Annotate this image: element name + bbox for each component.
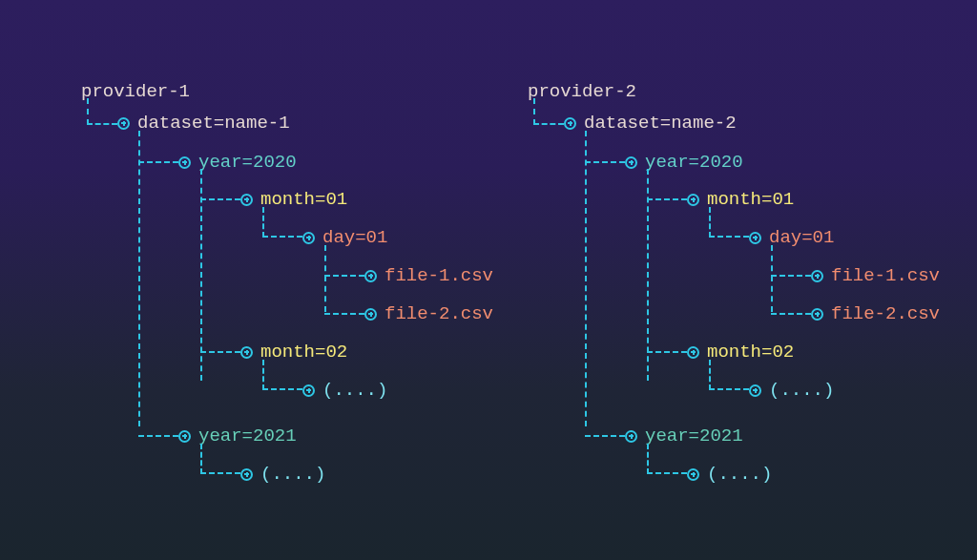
expand-icon (240, 346, 253, 359)
expand-icon (364, 270, 377, 282)
tree-provider-2: provider-2 dataset=name-2 year=2020 (528, 81, 919, 493)
dataset-label: dataset=name-1 (137, 113, 290, 134)
file-label: file-1.csv (385, 265, 493, 286)
year-label: year=2020 (198, 152, 297, 173)
expand-icon (625, 156, 637, 169)
tree-provider-1: provider-1 dataset=name-1 year=2020 (81, 81, 472, 493)
expand-icon (364, 308, 377, 321)
dataset-label: dataset=name-2 (584, 113, 737, 134)
ellipsis-label: (....) (322, 380, 387, 401)
expand-icon (178, 430, 191, 443)
expand-icon (749, 384, 761, 397)
expand-icon (625, 430, 637, 443)
expand-icon (811, 270, 823, 282)
day-label: day=01 (322, 227, 387, 248)
file-label: file-1.csv (831, 265, 940, 286)
expand-icon (302, 232, 315, 244)
expand-icon (687, 194, 699, 206)
tree-diagram: provider-1 dataset=name-1 year=2020 (0, 0, 977, 493)
expand-icon (302, 384, 315, 397)
ellipsis-label: (....) (260, 464, 325, 485)
expand-icon (749, 232, 761, 244)
file-label: file-2.csv (831, 303, 940, 324)
day-label: day=01 (769, 227, 834, 248)
year-label: year=2020 (645, 152, 743, 173)
ellipsis-label: (....) (707, 464, 772, 485)
ellipsis-label: (....) (769, 380, 834, 401)
expand-icon (687, 468, 699, 481)
file-label: file-2.csv (385, 303, 493, 324)
root-label: provider-1 (81, 81, 472, 102)
expand-icon (687, 346, 699, 359)
expand-icon (240, 194, 253, 206)
expand-icon (117, 117, 130, 130)
expand-icon (178, 156, 191, 169)
expand-icon (811, 308, 823, 321)
expand-icon (564, 117, 576, 130)
root-label: provider-2 (528, 81, 919, 102)
expand-icon (240, 468, 253, 481)
